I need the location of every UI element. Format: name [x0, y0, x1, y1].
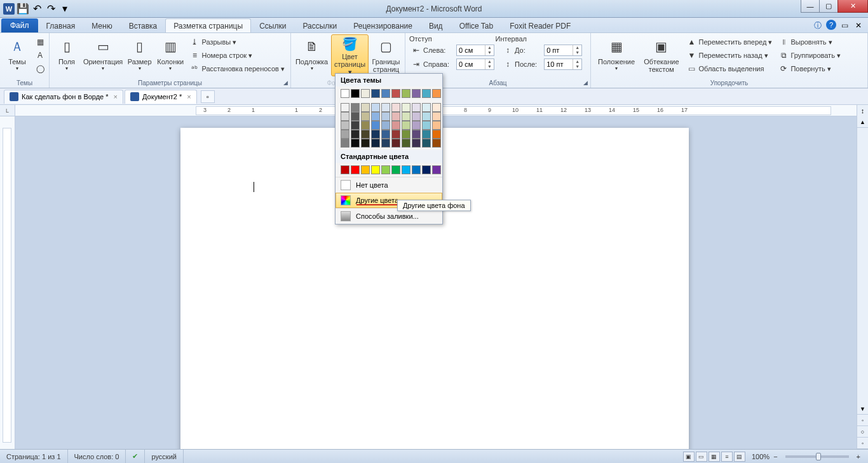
color-swatch[interactable] — [351, 165, 360, 174]
color-swatch[interactable] — [402, 121, 410, 130]
close-tab-icon[interactable]: × — [112, 93, 118, 100]
indent-right-input[interactable]: 0 см▲▼ — [456, 59, 494, 70]
paragraph-launcher-icon[interactable]: ◢ — [581, 79, 589, 86]
color-swatch[interactable] — [412, 89, 421, 98]
color-swatch[interactable] — [402, 139, 410, 148]
scroll-down-icon[interactable]: ▼ — [857, 403, 868, 415]
color-swatch[interactable] — [402, 165, 410, 174]
color-swatch[interactable] — [432, 165, 441, 174]
tab-foxit[interactable]: Foxit Reader PDF — [501, 18, 579, 32]
help-icon[interactable]: ⓘ — [812, 20, 824, 31]
color-swatch[interactable] — [381, 139, 390, 148]
selection-pane-button[interactable]: ▭Область выделения — [685, 62, 775, 75]
color-swatch[interactable] — [351, 130, 360, 139]
status-proofing[interactable]: ✔ — [126, 450, 145, 463]
color-swatch[interactable] — [432, 121, 441, 130]
page-setup-launcher-icon[interactable]: ◢ — [281, 79, 289, 86]
browse-object-icon[interactable]: ○ — [857, 426, 868, 438]
sub-close-icon[interactable]: ✕ — [853, 20, 864, 31]
color-swatch[interactable] — [381, 89, 390, 98]
view-web-icon[interactable]: ▦ — [709, 452, 720, 462]
color-swatch[interactable] — [371, 165, 380, 174]
rotate-button[interactable]: ⟳Повернуть ▾ — [776, 62, 843, 75]
color-swatch[interactable] — [391, 130, 400, 139]
themes-button[interactable]: Ａ Темы▾ — [4, 34, 31, 76]
color-swatch[interactable] — [402, 103, 410, 112]
color-swatch[interactable] — [412, 165, 421, 174]
view-print-layout-icon[interactable]: ▣ — [683, 452, 695, 462]
color-swatch[interactable] — [422, 139, 431, 148]
color-swatch[interactable] — [371, 103, 380, 112]
zoom-slider[interactable] — [785, 455, 849, 458]
indent-left-input[interactable]: 0 см▲▼ — [456, 45, 494, 56]
redo-icon[interactable]: ↷ — [44, 3, 57, 15]
no-color-item[interactable]: Нет цвета — [336, 177, 442, 193]
color-swatch[interactable] — [351, 112, 360, 121]
color-swatch[interactable] — [341, 165, 349, 174]
color-swatch[interactable] — [361, 103, 370, 112]
color-swatch[interactable] — [381, 112, 390, 121]
color-swatch[interactable] — [432, 130, 441, 139]
tab-page-layout[interactable]: Разметка страницы — [165, 18, 251, 32]
line-numbers-button[interactable]: ≡Номера строк ▾ — [187, 49, 287, 62]
tab-selector[interactable]: L — [0, 105, 15, 116]
color-swatch[interactable] — [432, 89, 441, 98]
save-icon[interactable]: 💾 — [17, 3, 29, 15]
position-button[interactable]: ▦Положение▾ — [595, 34, 638, 76]
spacing-after-input[interactable]: 10 пт▲▼ — [544, 59, 582, 70]
theme-effects-button[interactable]: ◯ — [33, 62, 47, 75]
color-swatch[interactable] — [432, 112, 441, 121]
ribbon-minimize-icon[interactable]: ▭ — [839, 20, 850, 31]
wrap-text-button[interactable]: ▣Обтеканиетекстом — [641, 34, 682, 76]
color-swatch[interactable] — [422, 165, 431, 174]
word-icon[interactable]: W — [3, 3, 15, 15]
help-question-icon[interactable]: ? — [826, 20, 836, 30]
qat-more-icon[interactable]: ▾ — [58, 3, 71, 15]
theme-colors-button[interactable]: ▦ — [33, 36, 47, 48]
status-language[interactable]: русский — [145, 450, 183, 463]
page-color-button[interactable]: 🪣Цветстраницы ▾ — [331, 34, 369, 76]
size-button[interactable]: ▯Размер▾ — [126, 34, 153, 76]
ruler-toggle-icon[interactable]: ↕ — [857, 105, 868, 116]
color-swatch[interactable] — [432, 139, 441, 148]
view-full-screen-icon[interactable]: ▭ — [696, 452, 707, 462]
color-swatch[interactable] — [341, 121, 349, 130]
color-swatch[interactable] — [361, 165, 370, 174]
hyphenation-button[interactable]: ᵃᵇРасстановка переносов ▾ — [187, 62, 287, 75]
color-swatch[interactable] — [391, 139, 400, 148]
minimize-button[interactable]: — — [801, 0, 820, 13]
color-swatch[interactable] — [412, 121, 421, 130]
tab-view[interactable]: Вид — [421, 18, 451, 32]
color-swatch[interactable] — [371, 130, 380, 139]
color-swatch[interactable] — [371, 89, 380, 98]
color-swatch[interactable] — [412, 112, 421, 121]
doc-tab-2[interactable]: Документ2 *× — [125, 90, 197, 104]
orientation-button[interactable]: ▭Ориентация▾ — [83, 34, 123, 76]
view-outline-icon[interactable]: ≡ — [721, 452, 733, 462]
color-swatch[interactable] — [412, 103, 421, 112]
doc-tab-1[interactable]: Как сделать фон в Ворде *× — [4, 90, 123, 104]
color-swatch[interactable] — [412, 130, 421, 139]
color-swatch[interactable] — [371, 139, 380, 148]
zoom-in-button[interactable]: + — [854, 453, 863, 460]
color-swatch[interactable] — [422, 112, 431, 121]
color-swatch[interactable] — [351, 103, 360, 112]
vertical-ruler[interactable] — [0, 116, 15, 449]
tab-menu[interactable]: Меню — [83, 18, 120, 32]
color-swatch[interactable] — [351, 121, 360, 130]
color-swatch[interactable] — [402, 130, 410, 139]
color-swatch[interactable] — [391, 121, 400, 130]
status-word-count[interactable]: Число слов: 0 — [68, 450, 126, 463]
file-tab[interactable]: Файл — [1, 18, 38, 32]
status-page[interactable]: Страница: 1 из 1 — [0, 450, 68, 463]
watermark-button[interactable]: 🗎Подложка▾ — [295, 34, 329, 76]
color-swatch[interactable] — [371, 121, 380, 130]
vertical-scrollbar[interactable]: ▲ ▼ ◦ ○ ◦ — [857, 116, 868, 449]
color-swatch[interactable] — [341, 130, 349, 139]
close-button[interactable]: ✕ — [837, 0, 868, 13]
color-swatch[interactable] — [422, 121, 431, 130]
maximize-button[interactable]: ▢ — [819, 0, 838, 13]
color-swatch[interactable] — [351, 89, 360, 98]
view-draft-icon[interactable]: ▤ — [734, 452, 745, 462]
tab-references[interactable]: Ссылки — [251, 18, 294, 32]
